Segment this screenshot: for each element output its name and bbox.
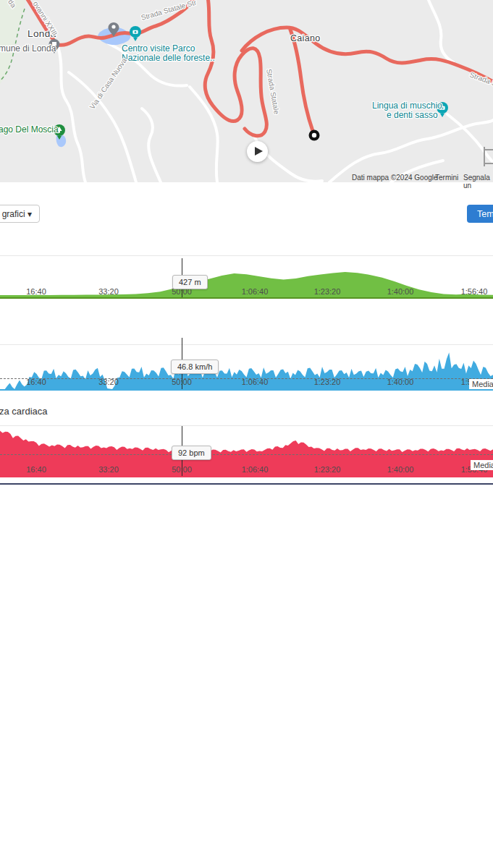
speed-average-label: Media: xyxy=(469,379,493,389)
activity-analysis-page: Londa Caiano mune di Londa Centro visite… xyxy=(0,0,493,868)
x-tick-label: 1:06:40 xyxy=(242,378,269,386)
elevation-tooltip: 427 m xyxy=(172,275,208,289)
poi-label-lingua-1: Lingua di muschio xyxy=(372,101,442,111)
poi-label-centro-1: Centro visite Parco xyxy=(122,43,195,54)
x-tick-label: 16:40 xyxy=(26,287,46,296)
route-map[interactable]: Londa Caiano mune di Londa Centro visite… xyxy=(0,0,493,182)
x-tick-label: 33:20 xyxy=(98,287,119,296)
map-canvas[interactable]: Londa Caiano mune di Londa Centro visite… xyxy=(0,0,493,182)
poi-label-centro-2: Nazionale delle foreste.. xyxy=(122,53,215,63)
map-report-link[interactable]: Segnala un xyxy=(463,174,493,190)
x-tick-label: 33:20 xyxy=(98,465,119,474)
x-tick-label: 1:06:40 xyxy=(242,465,269,474)
town-label-caiano: Caiano xyxy=(290,33,320,43)
map-background xyxy=(0,0,493,182)
play-button[interactable] xyxy=(247,141,268,162)
heart-rate-average-label: Media: xyxy=(471,460,493,470)
x-tick-label: 1:40:00 xyxy=(387,287,414,296)
tempo-button[interactable]: Tempo xyxy=(467,205,493,223)
play-icon xyxy=(255,147,263,156)
x-tick-label: 33:20 xyxy=(98,378,119,386)
map-attribution: Dati mappa ©2024 Google xyxy=(352,174,438,182)
x-tick-label: 1:40:00 xyxy=(387,465,414,474)
speed-tooltip: 46.8 km/h xyxy=(171,359,219,374)
route-endpoint-marker xyxy=(309,130,320,141)
municipality-label: mune di Londa xyxy=(0,43,56,54)
x-tick-label: 1:06:40 xyxy=(242,287,269,296)
charts-dropdown-button[interactable]: o grafici ▾ xyxy=(0,205,40,223)
x-tick-label: 1:56:40 xyxy=(461,287,488,296)
x-tick-label: 1:23:20 xyxy=(314,378,341,386)
x-tick-label: 1:23:20 xyxy=(314,287,341,296)
heart-rate-section-title: za cardiaca xyxy=(0,406,47,417)
x-tick-label: 1:40:00 xyxy=(387,378,414,386)
elevation-x-axis xyxy=(0,297,493,299)
x-tick-label: 16:40 xyxy=(26,465,46,474)
x-tick-label: 16:40 xyxy=(26,378,46,386)
poi-label-lingua-2: e denti sasso xyxy=(387,110,438,120)
heart_rate-x-axis xyxy=(0,476,493,477)
section-divider xyxy=(0,483,493,485)
x-tick-label: 1:23:20 xyxy=(314,465,341,474)
park-label-lago: ago Del Moscia xyxy=(0,124,59,135)
map-terms-link[interactable]: Termini xyxy=(435,174,458,182)
heart_rate-average-line xyxy=(0,454,493,455)
heart-rate-tooltip: 92 bpm xyxy=(172,446,211,460)
speed-x-axis xyxy=(0,389,493,391)
